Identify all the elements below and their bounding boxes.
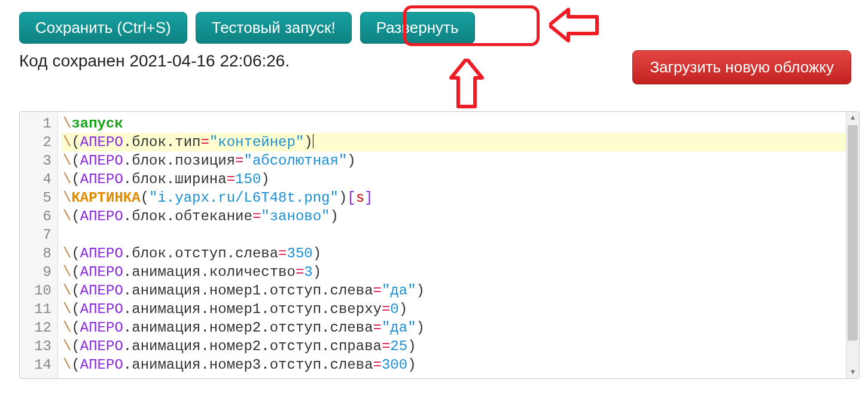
code-token: . bbox=[321, 357, 330, 373]
editor-scrollbar[interactable]: ▲ ▼ bbox=[846, 112, 859, 378]
code-token: . bbox=[123, 357, 132, 373]
code-token: АПЕРО bbox=[80, 264, 123, 280]
code-token: "i.yapx.ru/L6T48t.png" bbox=[149, 190, 339, 206]
upload-cover-button[interactable]: Загрузить новую обложку bbox=[632, 50, 851, 84]
code-token: ) bbox=[399, 301, 407, 317]
code-token: ( bbox=[71, 283, 80, 299]
code-line[interactable]: \(АПЕРО.анимация.количество=3) bbox=[62, 263, 846, 281]
code-token: . bbox=[321, 338, 330, 354]
editor-gutter: 1234567891011121314 bbox=[20, 112, 58, 378]
code-token: ( bbox=[141, 190, 149, 206]
editor-code-area[interactable]: \запуск\(АПЕРО.блок.тип="контейнер")\(АП… bbox=[58, 112, 846, 378]
gutter-line-number: 13 bbox=[29, 337, 51, 356]
code-line[interactable]: \(АПЕРО.блок.обтекание="заново") bbox=[62, 207, 846, 226]
code-token: \ bbox=[63, 320, 71, 336]
gutter-line-number: 9 bbox=[29, 263, 51, 281]
code-line[interactable]: \(АПЕРО.блок.позиция="абсолютная") bbox=[62, 151, 846, 170]
code-token: "да" bbox=[382, 320, 416, 336]
code-token: АПЕРО bbox=[80, 208, 123, 224]
code-token: АПЕРО bbox=[80, 320, 123, 336]
gutter-line-number: 11 bbox=[29, 300, 51, 318]
code-token: . bbox=[166, 134, 175, 150]
code-token: анимация bbox=[132, 264, 200, 280]
code-token: . bbox=[200, 338, 209, 354]
code-line[interactable]: \(АПЕРО.блок.ширина=150) bbox=[62, 170, 846, 189]
code-token: \ bbox=[63, 190, 71, 206]
code-line[interactable]: \(АПЕРО.блок.отступ.слева=350) bbox=[62, 244, 846, 263]
code-line[interactable]: \(АПЕРО.анимация.номер1.отступ.сверху=0) bbox=[62, 300, 846, 318]
code-token: ) bbox=[313, 264, 321, 280]
code-token: . bbox=[123, 153, 132, 169]
gutter-line-number: 4 bbox=[29, 170, 51, 189]
code-token: АПЕРО bbox=[80, 338, 123, 354]
code-token: . bbox=[123, 283, 132, 299]
code-line[interactable]: \запуск bbox=[62, 114, 846, 133]
code-token: . bbox=[123, 264, 132, 280]
code-token: . bbox=[123, 320, 132, 336]
code-token: отступ bbox=[270, 357, 321, 373]
gutter-line-number: 1 bbox=[29, 114, 51, 133]
code-token: ) bbox=[416, 320, 425, 336]
code-token: "контейнер" bbox=[209, 134, 304, 150]
code-token: слева bbox=[330, 320, 373, 336]
code-token: = bbox=[373, 283, 382, 299]
code-line[interactable]: \(АПЕРО.блок.тип="контейнер") bbox=[62, 133, 846, 151]
code-line[interactable]: \(АПЕРО.анимация.номер1.отступ.слева="да… bbox=[62, 281, 846, 300]
code-token: . bbox=[321, 320, 330, 336]
code-token: . bbox=[123, 134, 132, 150]
code-token: АПЕРО bbox=[80, 245, 123, 262]
scroll-thumb[interactable] bbox=[848, 125, 858, 341]
gutter-line-number: 3 bbox=[29, 151, 51, 170]
code-token: АПЕРО bbox=[80, 171, 123, 187]
code-token: "заново" bbox=[261, 208, 330, 224]
code-token: = bbox=[373, 320, 382, 336]
code-token: \ bbox=[63, 208, 71, 224]
code-token: . bbox=[200, 283, 209, 299]
save-button[interactable]: Сохранить (Ctrl+S) bbox=[19, 12, 187, 44]
code-token: ) bbox=[339, 190, 347, 206]
code-line[interactable]: \(АПЕРО.анимация.номер2.отступ.справа=25… bbox=[62, 337, 846, 356]
save-status-text: Код сохранен 2021-04-16 22:06:26. bbox=[19, 51, 290, 71]
deploy-button[interactable]: Развернуть bbox=[360, 12, 475, 44]
code-token: АПЕРО bbox=[80, 283, 123, 299]
code-line[interactable] bbox=[62, 226, 846, 244]
code-token: ) bbox=[407, 357, 416, 373]
code-token: . bbox=[123, 301, 132, 317]
code-token: ) bbox=[330, 208, 339, 224]
code-token: \ bbox=[63, 301, 71, 317]
code-token: ) bbox=[313, 245, 321, 262]
code-token: 150 bbox=[235, 171, 261, 187]
code-line[interactable]: \(АПЕРО.анимация.номер2.отступ.слева="да… bbox=[62, 318, 846, 337]
code-token: \ bbox=[63, 153, 71, 169]
code-token: \ bbox=[63, 116, 71, 132]
code-token: . bbox=[166, 245, 175, 262]
code-token: номер1 bbox=[209, 283, 261, 299]
code-token: отступ bbox=[270, 320, 321, 336]
annotation-arrow-up-icon bbox=[449, 59, 485, 109]
code-token: = bbox=[278, 245, 287, 262]
code-token: АПЕРО bbox=[80, 357, 123, 373]
scroll-up-button[interactable]: ▲ bbox=[846, 112, 859, 124]
test-run-button[interactable]: Тестовый запуск! bbox=[196, 12, 352, 44]
editor-toolbar: Сохранить (Ctrl+S) Тестовый запуск! Разв… bbox=[19, 12, 475, 44]
code-token: блок bbox=[132, 208, 166, 224]
code-line[interactable]: \(АПЕРО.анимация.номер3.отступ.слева=300… bbox=[62, 356, 846, 374]
code-line[interactable]: \КАРТИНКА("i.yapx.ru/L6T48t.png")[s] bbox=[62, 189, 846, 207]
code-token: . bbox=[200, 357, 209, 373]
scroll-down-button[interactable]: ▼ bbox=[846, 366, 859, 378]
code-token: отступ bbox=[270, 338, 321, 354]
code-token: "да" bbox=[382, 283, 416, 299]
code-token: = bbox=[373, 357, 382, 373]
code-token: ) bbox=[261, 171, 269, 187]
gutter-line-number: 6 bbox=[29, 207, 51, 226]
code-token: = bbox=[252, 208, 261, 224]
code-editor[interactable]: 1234567891011121314 \запуск\(АПЕРО.блок.… bbox=[19, 111, 860, 379]
code-token: номер2 bbox=[209, 320, 261, 336]
code-token: . bbox=[321, 301, 330, 317]
gutter-line-number: 2 bbox=[29, 133, 51, 151]
code-token: . bbox=[227, 245, 235, 262]
code-token: слева bbox=[330, 283, 373, 299]
code-token: \ bbox=[63, 338, 71, 354]
code-token: анимация bbox=[132, 338, 200, 354]
code-token: ( bbox=[71, 301, 80, 317]
